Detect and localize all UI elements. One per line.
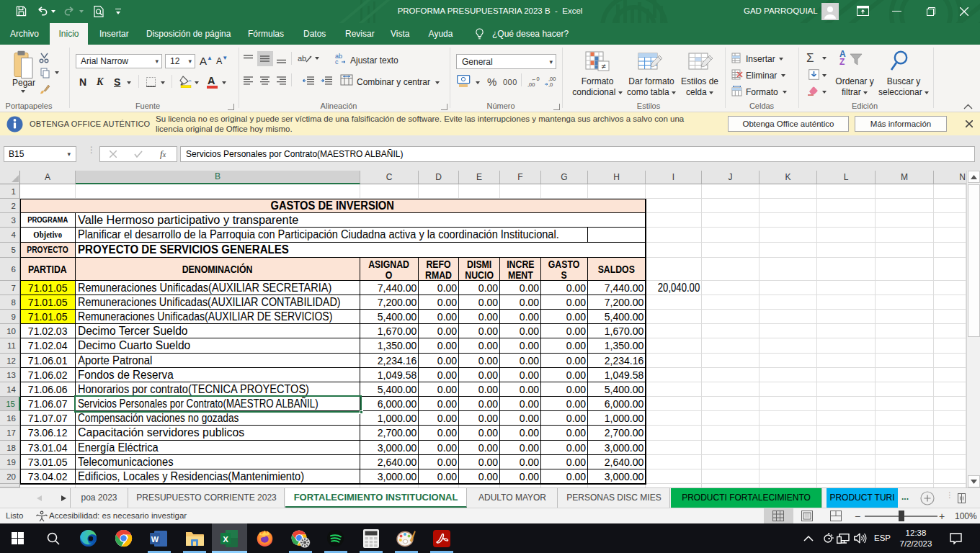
svg-text:ab: ab — [298, 54, 306, 63]
svg-text:X: X — [223, 534, 228, 543]
svg-text:,00: ,00 — [527, 81, 535, 87]
svg-text:,0: ,0 — [548, 81, 553, 87]
svg-text:W: W — [151, 534, 159, 543]
svg-text:≠: ≠ — [601, 62, 605, 71]
svg-text:c: c — [335, 58, 339, 65]
